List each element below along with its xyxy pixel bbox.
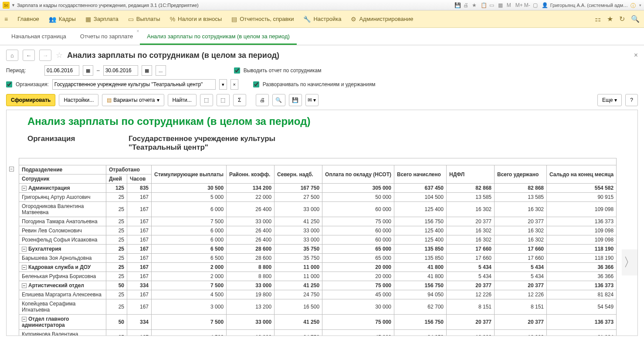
close-icon[interactable]: × (136, 29, 139, 34)
table-row[interactable]: Погодина Тамара Анатольевна251677 50033 … (19, 217, 617, 226)
clipboard-icon[interactable]: 📋 (481, 2, 487, 8)
email-button[interactable]: ✉ ▾ (305, 94, 319, 106)
col-region: Районн. коэфф. (227, 165, 275, 184)
table-row[interactable]: −Отдел главного администратора503347 500… (19, 315, 617, 330)
menu-item-taxes[interactable]: %Налоги и взносы (170, 16, 222, 23)
search-icon[interactable]: 🔍 (631, 15, 640, 23)
settings-button[interactable]: Настройки... (59, 94, 98, 106)
col-hours: Часов (127, 174, 152, 184)
col-worked: Отработано (106, 165, 152, 174)
info-icon[interactable]: ⓘ (630, 2, 637, 8)
star-icon[interactable]: ★ (607, 15, 613, 23)
m-minus-icon[interactable]: M- (524, 2, 530, 8)
tab-reports[interactable]: Отчеты по зарплате× (73, 28, 140, 45)
back-button[interactable]: ← (23, 50, 35, 61)
expand-icon[interactable]: − (22, 283, 27, 288)
user-icon: 👤 (542, 2, 548, 8)
save-icon[interactable]: 💾 (454, 2, 461, 8)
favorite-icon[interactable]: ★ (472, 2, 478, 8)
date-to-picker-icon[interactable]: ▦ (142, 65, 152, 76)
app-menu-dropdown-icon[interactable]: ▼ (11, 3, 15, 7)
expand-icon[interactable]: − (22, 317, 27, 322)
home-button[interactable]: ⌂ (6, 50, 18, 61)
date-from-input[interactable] (44, 65, 79, 76)
apps-icon[interactable]: ⚏ (595, 15, 601, 23)
save-button[interactable]: 💾 (289, 94, 302, 106)
menu-item-salary[interactable]: ▦Зарплата (85, 16, 119, 23)
expand-icon[interactable]: − (22, 265, 27, 270)
menu-item-settings[interactable]: 🔧Настройка (303, 16, 341, 23)
preview-button[interactable]: 🔍 (272, 94, 285, 106)
report-group-label: Организация (27, 134, 129, 152)
org-label: Организация: (16, 81, 49, 87)
table-row[interactable]: Епишева Маргарита Алексеевна251674 50019… (19, 290, 617, 299)
table-row[interactable]: Огородникова Валентина Матвеевна251676 0… (19, 202, 617, 217)
table-row[interactable]: Барышева Зоя Арнольдовна251676 50028 600… (19, 254, 617, 263)
history-icon[interactable]: ↻ (619, 15, 625, 23)
expand-icon[interactable]: − (22, 247, 27, 252)
info-dropdown-icon[interactable]: ▾ (639, 3, 641, 7)
expand-label: Разворачивать по начислениям и удержания… (263, 81, 376, 87)
menu-item-payments[interactable]: ▭Выплаты (128, 16, 160, 23)
print-button[interactable]: 🖨 (256, 94, 269, 106)
table-row[interactable]: Куприянова Валентина Евгеньевна251674 50… (19, 330, 617, 336)
col-dept: Подразделение (19, 165, 106, 174)
table-row[interactable]: −Бухгалтерия251676 50028 60035 75065 000… (19, 245, 617, 254)
date-from-picker-icon[interactable]: ▦ (83, 65, 93, 76)
menu-item-main[interactable]: Главное (17, 16, 39, 22)
menu-item-admin[interactable]: ⚙Администрирование (351, 16, 413, 23)
table-header-row: Подразделение Отработано Стимулирующие в… (19, 165, 617, 174)
page-title: Анализ зарплаты по сотрудникам (в целом … (67, 51, 279, 60)
expand-checkbox[interactable] (253, 81, 259, 87)
page-close-button[interactable]: × (634, 51, 638, 59)
tab-home[interactable]: Начальная страница (4, 28, 73, 45)
chevron-down-icon: ▾ (157, 97, 159, 103)
table-row[interactable]: Беленькая Руфина Борисовна251672 0008 80… (19, 272, 617, 281)
generate-button[interactable]: Сформировать (6, 94, 55, 106)
org-dropdown-icon[interactable]: ▾ (219, 79, 227, 90)
menu-burger-icon[interactable]: ≡ (4, 16, 8, 23)
table-row[interactable]: −Администрация12583530 500134 200167 750… (19, 184, 617, 193)
table-row[interactable]: Копейцева Серафима Игнатьевна251673 0001… (19, 299, 617, 315)
org-input[interactable] (52, 79, 216, 90)
variants-button[interactable]: ▤Варианты отчета ▾ (102, 94, 164, 106)
menu-item-personnel[interactable]: 👥Кадры (49, 16, 76, 23)
sum-button[interactable]: Σ (233, 94, 246, 106)
tree-collapse-icon[interactable]: − (9, 167, 14, 171)
user-name: Григорьянц А.А. (системный адм… (550, 3, 628, 8)
favorite-toggle-icon[interactable]: ☆ (56, 50, 63, 60)
right-scroll-handle[interactable]: 〉 (622, 249, 637, 275)
help-button[interactable]: ? (625, 94, 638, 106)
table-row[interactable]: Григорьянц Артур Ашотович251675 00022 00… (19, 193, 617, 202)
calc-icon[interactable]: ▦ (498, 2, 504, 8)
table-row[interactable]: −Кадровая служба и ДОУ251672 0008 80011 … (19, 263, 617, 272)
date-to-input[interactable] (103, 65, 138, 76)
variants-icon: ▤ (107, 97, 112, 103)
calculator-icon: ▦ (85, 16, 91, 23)
m-icon[interactable]: M (507, 2, 513, 8)
table-row[interactable]: Ревин Лев Соломонович251676 00026 40033 … (19, 226, 617, 235)
m-plus-icon[interactable]: M+ (515, 2, 522, 8)
print-icon[interactable]: 🖨 (463, 2, 469, 8)
report-group-value: Государственное учреждение культуры "Теа… (129, 134, 277, 152)
window-icon[interactable]: ▢ (533, 2, 539, 8)
table-row[interactable]: Розенфельд Софья Исааковна251676 00026 4… (19, 235, 617, 245)
period-more-button[interactable]: ... (156, 65, 166, 76)
calendar-icon[interactable]: ▭ (489, 2, 495, 8)
expand-icon[interactable]: − (22, 186, 27, 191)
col-accrued: Всего начислено (394, 165, 446, 184)
expand-all-button[interactable]: ⬚ (200, 94, 213, 106)
report-area[interactable]: − Анализ зарплаты по сотрудникам (в цело… (6, 110, 638, 336)
col-balance: Сальдо на конец месяца (546, 165, 616, 184)
forward-button[interactable]: → (39, 50, 51, 61)
org-clear-icon[interactable]: × (230, 79, 238, 90)
collapse-all-button[interactable]: ⬚ (217, 94, 230, 106)
find-button[interactable]: Найти... (168, 94, 197, 106)
by-employee-checkbox[interactable] (234, 67, 240, 74)
org-checkbox[interactable] (6, 81, 12, 87)
more-button[interactable]: Еще ▾ (597, 94, 622, 106)
tab-analysis[interactable]: Анализ зарплаты по сотрудникам (в целом … (140, 28, 297, 45)
menu-item-reports[interactable]: ▤Отчетность, справки (231, 16, 294, 23)
table-row[interactable]: −Артистический отдел503347 50033 00041 2… (19, 281, 617, 290)
app-logo-icon: 1c (3, 2, 10, 9)
